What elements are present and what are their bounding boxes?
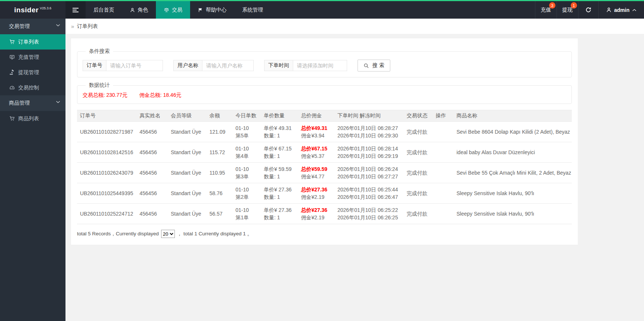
filter-order-no: 订单号 (83, 60, 163, 71)
cell-total: 总价¥27.36佣金¥2.19 (298, 183, 334, 204)
cell-order_time: 2026年01月10日 06:26:242026年01月10日 06:27:27 (334, 163, 404, 183)
cell-balance: 115.72 (206, 142, 233, 163)
cell-unit_price: 单价¥ 27.36数量: 1 (261, 183, 298, 204)
nav-item-label: 交易 (172, 7, 182, 13)
cell-unit_price: 单价¥ 27.36数量: 1 (261, 204, 298, 224)
breadcrumb-label: 订单列表 (77, 23, 98, 30)
sidebar-item-label: 订单列表 (18, 39, 39, 45)
cell-order_time: 2026年01月10日 06:28:272026年01月10日 06:29:30 (334, 122, 404, 142)
cell-product: Sleepy Sensitive Islak Havlu, 90'lı (454, 204, 572, 224)
order-no-input[interactable] (106, 60, 163, 71)
filter-username: 用户名称 (173, 60, 254, 71)
cell-line-quantity: 数量: 1 (264, 132, 295, 139)
cell-real_name: 456456 (137, 142, 168, 163)
sidebar-group[interactable]: 商品管理 (0, 95, 65, 111)
cell-action (433, 163, 454, 183)
cell-total: 总价¥59.59佣金¥4.77 (298, 163, 334, 183)
cell-line-date: 01-10 (236, 145, 258, 152)
scales-icon (164, 7, 169, 13)
gavel-icon (9, 70, 15, 75)
column-header: 商品名称 (454, 110, 572, 122)
cell-unit_price: 单价¥ 49.31数量: 1 (261, 122, 298, 142)
column-header: 真实姓名 (137, 110, 168, 122)
cell-status: 完成付款 (404, 163, 433, 183)
sidebar-item[interactable]: 订单列表 (0, 34, 65, 50)
column-header: 余额 (206, 110, 233, 122)
column-header: 会员等级 (168, 110, 206, 122)
cell-line-commission: 佣金¥3.94 (301, 132, 331, 139)
cell-real_name: 456456 (137, 163, 168, 183)
refresh-button[interactable] (578, 1, 598, 19)
cell-level: Standart Üye (168, 163, 206, 183)
cell-product: Sevi Bebe 55 Çok Amaçlı Mini Kilit, 2 Ad… (454, 163, 572, 183)
breadcrumb: » 订单列表 (65, 19, 644, 34)
nav-item[interactable]: 后台首页 (86, 1, 122, 19)
table-row: UB2601101026243079456456Standart Üye110.… (77, 163, 572, 183)
cell-line-unfreeze_time: 2026年01月10日 06:26:25 (337, 214, 401, 221)
cell-order_no: UB2601101025224712 (77, 204, 137, 224)
cell-line-date: 01-10 (236, 206, 258, 214)
cell-action (433, 204, 454, 224)
sidebar-item-label: 商品列表 (18, 115, 39, 122)
user-menu[interactable]: admin (598, 1, 644, 19)
cell-line-total: 总价¥27.36 (301, 186, 331, 193)
shortcut-button[interactable]: 充值3 (535, 1, 557, 19)
cell-line-unit_price: 单价¥ 59.59 (264, 165, 295, 173)
stats-panel: 数据统计 交易总额: 230.77元 佣金总额: 18.46元 (77, 82, 572, 104)
nav-item[interactable]: 角色 (122, 1, 156, 19)
filter-username-label: 用户名称 (173, 60, 202, 71)
pagination-total-text: total 5 Records，Currently displayed (77, 231, 159, 237)
shortcuts-slot: 充值3提现1 (535, 1, 578, 19)
cart-icon (9, 39, 15, 45)
sidebar-item[interactable]: 交易控制 (0, 80, 65, 95)
sidebar-item[interactable]: 商品列表 (0, 111, 65, 126)
cell-line-total: 总价¥67.15 (301, 145, 331, 152)
app-logo-text: insider (14, 6, 39, 14)
sidebar-item[interactable]: 充值管理 (0, 50, 65, 65)
chevron-up-icon (632, 9, 637, 12)
nav-item[interactable]: 帮助中心 (190, 1, 234, 19)
cell-total: 总价¥27.36佣金¥2.19 (298, 204, 334, 224)
sidebar-group-label: 商品管理 (9, 100, 30, 107)
app-logo: insider V25.3.6 (0, 1, 65, 19)
nav-item-label: 帮助中心 (206, 7, 227, 13)
cell-date: 01-10第3单 (233, 163, 261, 183)
shortcut-button[interactable]: 提现1 (557, 1, 578, 19)
cell-product: Sleepy Sensitive Islak Havlu, 90'lı (454, 183, 572, 204)
cell-order_time: 2026年01月10日 06:25:442026年01月10日 06:26:47 (334, 183, 404, 204)
stats-line: 交易总额: 230.77元 佣金总额: 18.46元 (83, 92, 566, 99)
total-transaction-amount: 交易总额: 230.77元 (83, 92, 128, 99)
cell-line-unit_price: 单价¥ 27.36 (264, 206, 295, 214)
menu-toggle-button[interactable] (65, 1, 86, 19)
username-input[interactable] (202, 60, 254, 71)
cell-level: Standart Üye (168, 204, 206, 224)
content-area: 条件搜索 订单号 用户名称 下单时间 (65, 34, 644, 321)
main-area: » 订单列表 条件搜索 订单号 用户名称 (65, 19, 644, 321)
filter-order-time: 下单时间 (264, 60, 347, 71)
nav-item[interactable]: 系统管理 (234, 1, 271, 19)
cell-action (433, 183, 454, 204)
cell-product: ideal baby Alas Duvar Düzenleyici (454, 142, 572, 163)
cell-line-total: 总价¥49.31 (301, 124, 331, 132)
sidebar-item[interactable]: 提现管理 (0, 65, 65, 80)
search-button[interactable]: 搜 索 (358, 60, 390, 71)
stats-panel-legend: 数据统计 (86, 82, 113, 89)
cell-order_no: UB2601101028142516 (77, 142, 137, 163)
cell-line-daily: 第2单 (236, 193, 258, 201)
table-row: UB2601101025224712456456Standart Üye56.5… (77, 204, 572, 224)
topbar-right: 充值3提现1 admin (535, 1, 644, 19)
order-time-input[interactable] (293, 60, 347, 71)
cell-order_no: UB2601101025449395 (77, 183, 137, 204)
sidebar-group-label: 交易管理 (9, 23, 30, 30)
sidebar-group[interactable]: 交易管理 (0, 19, 65, 34)
column-header: 交易状态 (404, 110, 433, 122)
app-version: V25.3.6 (40, 6, 51, 10)
cell-line-commission: 佣金¥2.19 (301, 214, 331, 221)
refresh-icon (585, 7, 592, 13)
cell-balance: 56.57 (206, 204, 233, 224)
sidebar: 交易管理订单列表充值管理提现管理交易控制商品管理商品列表 (0, 19, 65, 321)
cart-icon (9, 116, 15, 121)
page-size-select[interactable]: 20 (161, 230, 175, 238)
cell-action (433, 122, 454, 142)
nav-item[interactable]: 交易 (156, 1, 190, 19)
